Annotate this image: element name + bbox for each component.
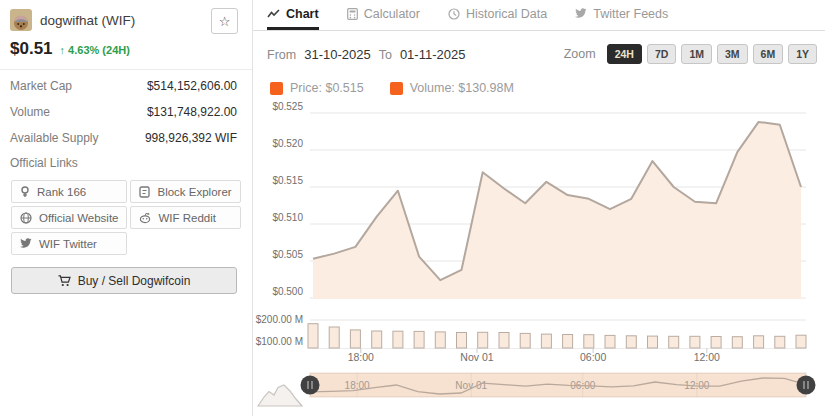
buy-sell-label: Buy / Sell Dogwifcoin — [78, 274, 191, 288]
legend-price-label: Price: $0.515 — [290, 81, 364, 95]
link-label: Rank 166 — [37, 186, 86, 198]
coin-header: dogwifhat (WIF) ☆ — [0, 0, 252, 35]
svg-text:$0.510: $0.510 — [272, 212, 303, 223]
stock-chart[interactable]: $0.525$0.520$0.515$0.510$0.505$0.500$200… — [253, 100, 825, 416]
chart-controls: From 31-10-2025 To 01-11-2025 Zoom 24H 7… — [253, 42, 825, 66]
zoom-1m-button[interactable]: 1M — [681, 44, 712, 65]
price-swatch — [270, 82, 283, 95]
twitter-icon — [575, 8, 587, 19]
line-chart-icon — [267, 9, 280, 19]
svg-text:$200.00 M: $200.00 M — [256, 314, 303, 325]
legend-volume[interactable]: Volume: $130.98M — [390, 81, 514, 95]
legend-price[interactable]: Price: $0.515 — [270, 81, 364, 95]
reddit-icon — [139, 212, 151, 224]
official-website-button[interactable]: Official Website — [11, 206, 127, 229]
tab-historical-data[interactable]: Historical Data — [448, 0, 547, 30]
zoom-label: Zoom — [564, 47, 596, 61]
official-links-grid: Rank 166 Block Explorer Official Website — [11, 180, 237, 255]
coin-logo — [10, 9, 32, 31]
to-label: To — [379, 48, 392, 62]
rank-button[interactable]: Rank 166 — [11, 180, 127, 203]
tab-label: Historical Data — [466, 7, 547, 21]
twitter-icon — [20, 238, 32, 249]
svg-text:Nov 01: Nov 01 — [455, 380, 487, 391]
zoom-6m-button[interactable]: 6M — [753, 44, 784, 65]
buy-sell-button[interactable]: Buy / Sell Dogwifcoin — [11, 267, 237, 294]
link-label: Block Explorer — [157, 186, 231, 198]
stat-row-available-supply: Available Supply 998,926,392 WIF — [0, 125, 252, 151]
from-label: From — [267, 48, 296, 62]
chart-canvas: $0.525$0.520$0.515$0.510$0.505$0.500$200… — [256, 101, 816, 397]
tab-twitter-feeds[interactable]: Twitter Feeds — [575, 0, 668, 30]
navigator-handle-right[interactable] — [797, 376, 816, 395]
zoom-24h-button[interactable]: 24H — [607, 44, 642, 65]
svg-text:12:00: 12:00 — [694, 351, 720, 363]
tab-chart[interactable]: Chart — [267, 0, 319, 30]
price-row: $0.51 ↑ 4.63% (24H) — [0, 35, 252, 69]
block-explorer-icon — [139, 186, 150, 198]
tab-calculator[interactable]: Calculator — [347, 0, 420, 30]
link-label: WIF Reddit — [158, 212, 216, 224]
block-explorer-button[interactable]: Block Explorer — [130, 180, 240, 203]
zoom-3m-button[interactable]: 3M — [717, 44, 748, 65]
current-price: $0.51 — [10, 39, 53, 59]
to-date-input[interactable]: 01-11-2025 — [400, 47, 466, 62]
stat-row-market-cap: Market Cap $514,152,606.00 — [0, 73, 252, 99]
link-label: Official Website — [39, 212, 118, 224]
coin-name: dogwifhat (WIF) — [40, 13, 135, 28]
dogwifhat-logo-icon — [10, 9, 32, 31]
svg-text:$0.515: $0.515 — [272, 175, 303, 186]
svg-text:$0.500: $0.500 — [272, 286, 303, 297]
history-clock-icon — [448, 8, 460, 20]
official-links-heading: Official Links — [0, 151, 252, 172]
zoom-group: Zoom 24H 7D 1M 3M 6M 1Y — [564, 44, 817, 65]
twitter-button[interactable]: WIF Twitter — [11, 232, 127, 255]
tab-label: Calculator — [364, 7, 420, 21]
calculator-icon — [347, 8, 358, 20]
mini-area-icon[interactable] — [258, 385, 302, 406]
svg-text:$0.505: $0.505 — [272, 249, 303, 260]
stat-value: 998,926,392 WIF — [145, 131, 237, 145]
price-change-value: 4.63% (24H) — [68, 44, 130, 56]
chart-legend: Price: $0.515 Volume: $130.98M — [253, 81, 825, 95]
cart-icon — [58, 275, 71, 287]
stat-value: $514,152,606.00 — [147, 79, 237, 93]
stat-label: Volume — [10, 105, 50, 119]
svg-text:Nov 01: Nov 01 — [460, 351, 493, 363]
svg-text:18:00: 18:00 — [348, 351, 374, 363]
link-label: WIF Twitter — [39, 238, 97, 250]
star-icon: ☆ — [219, 14, 231, 29]
stat-row-volume: Volume $131,748,922.00 — [0, 99, 252, 125]
chart-panel: Chart Calculator Historical Data Twitter… — [253, 0, 825, 416]
legend-volume-label: Volume: $130.98M — [410, 81, 514, 95]
stat-value: $131,748,922.00 — [147, 105, 237, 119]
favorite-star-button[interactable]: ☆ — [211, 8, 238, 34]
volume-swatch — [390, 82, 403, 95]
coin-stats: Market Cap $514,152,606.00 Volume $131,7… — [0, 69, 252, 172]
tab-bar: Chart Calculator Historical Data Twitter… — [253, 0, 825, 31]
tab-label: Twitter Feeds — [593, 7, 668, 21]
tab-label: Chart — [286, 7, 319, 21]
svg-text:06:00: 06:00 — [580, 351, 606, 363]
price-change: ↑ 4.63% (24H) — [60, 44, 130, 56]
globe-icon — [20, 212, 32, 224]
svg-text:$100.00 M: $100.00 M — [256, 336, 303, 347]
navigator-handle-left[interactable] — [301, 376, 320, 395]
from-date-input[interactable]: 31-10-2025 — [304, 47, 371, 62]
svg-text:$0.525: $0.525 — [272, 101, 303, 112]
rank-icon — [20, 186, 30, 198]
svg-text:$0.520: $0.520 — [272, 138, 303, 149]
reddit-button[interactable]: WIF Reddit — [130, 206, 240, 229]
zoom-1y-button[interactable]: 1Y — [788, 44, 817, 65]
up-arrow-icon: ↑ — [60, 44, 66, 56]
zoom-7d-button[interactable]: 7D — [647, 44, 676, 65]
stat-label: Available Supply — [10, 131, 99, 145]
coin-sidebar: dogwifhat (WIF) ☆ $0.51 ↑ 4.63% (24H) Ma… — [0, 0, 253, 416]
date-range: From 31-10-2025 To 01-11-2025 — [267, 47, 465, 62]
stat-label: Market Cap — [10, 79, 72, 93]
